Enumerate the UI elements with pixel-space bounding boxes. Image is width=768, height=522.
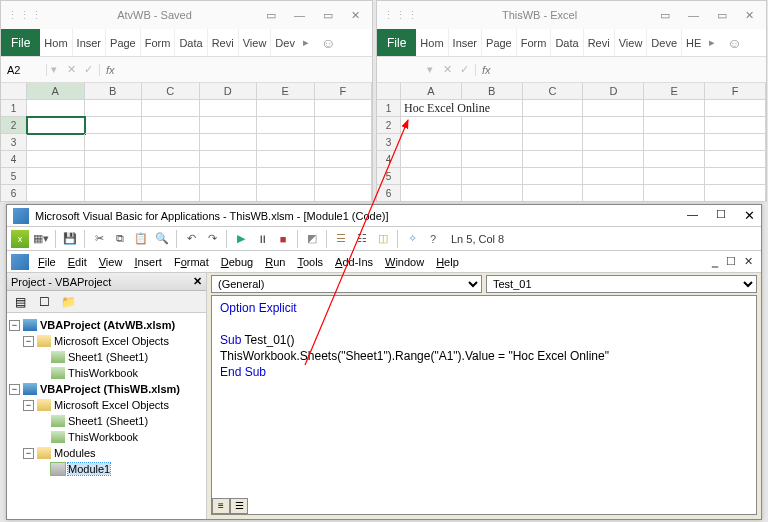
tab-extra[interactable]: HE xyxy=(682,29,705,56)
cell[interactable] xyxy=(142,100,200,117)
help-icon[interactable]: ? xyxy=(424,230,442,248)
col-header[interactable]: B xyxy=(462,83,523,100)
select-all-corner[interactable] xyxy=(377,83,401,100)
tab-view[interactable]: View xyxy=(615,29,648,56)
file-tab[interactable]: File xyxy=(1,29,40,56)
grid-right[interactable]: A B C D E F 1Hoc Excel Online 2 3 4 5 6 xyxy=(377,83,766,202)
tab-home[interactable]: Hom xyxy=(416,29,448,56)
cell[interactable] xyxy=(257,168,315,185)
cell[interactable] xyxy=(85,100,143,117)
run-icon[interactable]: ▶ xyxy=(232,230,250,248)
toggle-folders-icon[interactable]: 📁 xyxy=(59,294,77,310)
undo-icon[interactable]: ↶ xyxy=(182,230,200,248)
cell[interactable] xyxy=(257,134,315,151)
tab-home[interactable]: Hom xyxy=(40,29,72,56)
mdi-close-icon[interactable]: ✕ xyxy=(744,255,753,268)
cell[interactable] xyxy=(644,185,705,202)
paste-icon[interactable]: 📋 xyxy=(132,230,150,248)
tab-developer[interactable]: Deve xyxy=(647,29,682,56)
cell[interactable] xyxy=(27,134,85,151)
cell[interactable] xyxy=(462,134,523,151)
cell[interactable] xyxy=(200,117,258,134)
tree-module1[interactable]: Module1 xyxy=(68,463,110,475)
cell[interactable] xyxy=(200,151,258,168)
cell[interactable] xyxy=(644,134,705,151)
tab-data[interactable]: Data xyxy=(551,29,583,56)
row-header[interactable]: 5 xyxy=(377,168,401,185)
cell[interactable] xyxy=(85,168,143,185)
cell[interactable] xyxy=(523,185,584,202)
col-header[interactable]: C xyxy=(142,83,200,100)
cell[interactable] xyxy=(315,168,373,185)
menu-view[interactable]: View xyxy=(94,256,128,268)
save-icon[interactable]: 💾 xyxy=(61,230,79,248)
cell[interactable] xyxy=(523,168,584,185)
cell[interactable] xyxy=(644,151,705,168)
tree-sheet1[interactable]: Sheet1 (Sheet1) xyxy=(68,351,148,363)
row-header[interactable]: 2 xyxy=(377,117,401,134)
cell[interactable] xyxy=(401,151,462,168)
vbe-titlebar[interactable]: Microsoft Visual Basic for Applications … xyxy=(7,205,761,227)
collapse-icon[interactable]: − xyxy=(23,448,34,459)
col-header[interactable]: C xyxy=(523,83,584,100)
cell[interactable] xyxy=(583,117,644,134)
tree-sheet1[interactable]: Sheet1 (Sheet1) xyxy=(68,415,148,427)
cell[interactable] xyxy=(85,134,143,151)
tab-insert[interactable]: Inser xyxy=(449,29,482,56)
cell[interactable] xyxy=(257,151,315,168)
procedure-combo[interactable]: Test_01 xyxy=(486,275,757,293)
row-header[interactable]: 6 xyxy=(377,185,401,202)
row-header[interactable]: 4 xyxy=(377,151,401,168)
cell[interactable] xyxy=(583,151,644,168)
tab-data[interactable]: Data xyxy=(175,29,207,56)
cell[interactable] xyxy=(705,134,766,151)
tab-developer[interactable]: Dev xyxy=(271,29,299,56)
tab-page[interactable]: Page xyxy=(482,29,517,56)
close-icon[interactable]: ✕ xyxy=(351,9,360,22)
menu-insert[interactable]: Insert xyxy=(129,256,167,268)
view-object-icon[interactable]: ☐ xyxy=(35,294,53,310)
minimize-icon[interactable]: — xyxy=(687,208,698,223)
maximize-icon[interactable]: ☐ xyxy=(716,208,726,223)
menu-edit[interactable]: Edit xyxy=(63,256,92,268)
cell[interactable] xyxy=(401,168,462,185)
name-box-dropdown-icon[interactable]: ▾ xyxy=(423,63,437,76)
cancel-formula-icon[interactable]: ✕ xyxy=(443,63,452,76)
cancel-formula-icon[interactable]: ✕ xyxy=(67,63,76,76)
find-icon[interactable]: 🔍 xyxy=(153,230,171,248)
cell[interactable] xyxy=(142,117,200,134)
maximize-icon[interactable]: ▭ xyxy=(323,9,333,22)
menu-file[interactable]: File xyxy=(33,256,61,268)
cell[interactable] xyxy=(27,168,85,185)
menu-window[interactable]: Window xyxy=(380,256,429,268)
cell[interactable] xyxy=(200,168,258,185)
col-header[interactable]: B xyxy=(85,83,143,100)
minimize-icon[interactable]: — xyxy=(294,9,305,22)
cell[interactable] xyxy=(644,100,705,117)
cell[interactable] xyxy=(401,117,462,134)
close-icon[interactable]: ✕ xyxy=(744,208,755,223)
cell[interactable] xyxy=(583,185,644,202)
cell[interactable] xyxy=(257,117,315,134)
col-header[interactable]: F xyxy=(705,83,766,100)
cell[interactable] xyxy=(705,151,766,168)
properties-icon[interactable]: ☷ xyxy=(353,230,371,248)
cell[interactable] xyxy=(583,168,644,185)
cell[interactable] xyxy=(85,151,143,168)
cell[interactable] xyxy=(200,100,258,117)
cell[interactable] xyxy=(401,185,462,202)
col-header[interactable]: F xyxy=(315,83,373,100)
col-header[interactable]: E xyxy=(644,83,705,100)
row-header[interactable]: 6 xyxy=(1,185,27,202)
cell[interactable] xyxy=(523,117,584,134)
cell[interactable] xyxy=(315,117,373,134)
tree-microsoft-excel-objects[interactable]: Microsoft Excel Objects xyxy=(54,399,169,411)
tree-project-thiswb[interactable]: VBAProject (ThisWB.xlsm) xyxy=(40,383,180,395)
cell[interactable] xyxy=(27,151,85,168)
panel-close-icon[interactable]: ✕ xyxy=(193,275,202,288)
row-header[interactable]: 1 xyxy=(1,100,27,117)
mdi-max-icon[interactable]: ☐ xyxy=(726,255,736,268)
procedure-view-icon[interactable]: ≡ xyxy=(212,498,230,514)
collapse-icon[interactable]: − xyxy=(9,320,20,331)
project-tree[interactable]: −VBAProject (AtvWB.xlsm) −Microsoft Exce… xyxy=(7,313,206,519)
